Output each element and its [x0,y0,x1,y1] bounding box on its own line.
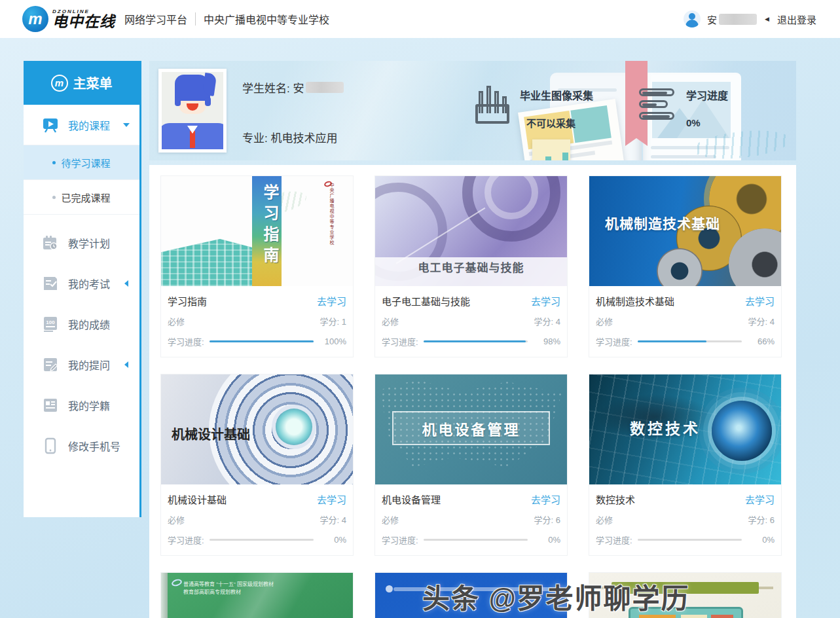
sidebar-item-completed-courses[interactable]: 已完成课程 [24,180,139,215]
progress-label: 学习进度: [596,534,632,546]
progress-percent: 0% [533,535,560,545]
progress-track [210,340,314,342]
course-card: 机械设计基础 机械设计基础去学习 必修学分: 4 学习进度:0% [160,374,354,556]
score-100-icon: 100 [42,316,59,333]
sidebar: m 主菜单 我的课程 待学习课程 已完成课程 教学计划 [24,61,141,517]
course-type: 必修 [596,315,613,327]
banner-leaf-decoration [691,126,792,160]
app-root: m DZONLINE 电中在线 网络学习平台 中央广播电视中等专业学校 安 ◀ … [0,0,840,618]
course-type: 必修 [596,513,613,526]
course-credit: 学分: 4 [748,315,775,327]
grad-image-title: 毕业生图像采集 [520,87,593,103]
progress-track [638,340,742,342]
course-cover[interactable]: 机械制造技术基础 [589,176,781,286]
course-credit: 学分: 1 [320,315,346,327]
progress-track [638,539,742,541]
sidebar-item-my-scores[interactable]: 100 我的成绩 [24,304,139,344]
course-panel: 学习指南 中央广播电视中等专业学校 学习指南去学习 必修学分: 1 学习进度:1… [149,165,796,618]
progress-bars-icon [639,87,676,124]
graduate-image-block: 毕业生图像采集 不可以采集 [475,87,593,130]
progress-title: 学习进度 [686,87,728,103]
sidebar-item-my-enrollment[interactable]: 我的学籍 [24,385,139,426]
top-header: m DZONLINE 电中在线 网络学习平台 中央广播电视中等专业学校 安 ◀ … [0,0,840,38]
svg-text:100: 100 [46,319,55,325]
sidebar-item-change-phone[interactable]: 修改手机号 [24,426,139,466]
bullet-icon [52,161,56,164]
course-cover[interactable]: 普通高等教育 "十一五" 国家级规划教材教育部高职高专规划教材 液压与气动技术 [161,573,353,618]
course-cover[interactable]: 电工电子基础与技能 [375,176,567,286]
question-pencil-icon [42,356,59,373]
logout-button[interactable]: 退出登录 [777,12,816,26]
course-type: 必修 [168,513,185,526]
course-cover[interactable]: 机械设计基础 [161,374,353,484]
exam-check-icon [42,275,59,292]
chevron-left-icon: ◀ [765,16,769,22]
course-type: 必修 [168,315,185,327]
course-grid: 学习指南 中央广播电视中等专业学校 学习指南去学习 必修学分: 1 学习进度:1… [160,175,785,618]
sidebar-header: m 主菜单 [24,61,139,105]
phone-icon [42,437,59,454]
course-type: 必修 [382,315,399,327]
progress-track [210,539,314,541]
logo-title: 电中在线 [52,14,115,29]
course-cover[interactable]: 学习指南 中央广播电视中等专业学校 [161,176,353,286]
progress-value: 0% [686,117,728,128]
user-name-blur [719,14,757,25]
header-divider [195,12,196,26]
chevron-left-icon [124,361,128,368]
chevron-down-icon [123,123,130,127]
go-learn-link[interactable]: 去学习 [745,294,775,308]
progress-percent: 98% [533,336,560,346]
banner-mini-chart [532,139,570,160]
go-learn-link[interactable]: 去学习 [745,492,775,506]
progress-label: 学习进度: [596,335,632,348]
course-card: 普通高等教育 "十一五" 国家级规划教材教育部高职高专规划教材 液压与气动技术 [160,572,354,618]
school-name: 中央广播电视中等专业学校 [204,11,329,27]
watermark-text: 头条 @罗老师聊学历 [422,576,840,616]
platform-name: 网络学习平台 [124,11,187,27]
go-learn-link[interactable]: 去学习 [317,294,346,308]
course-title: 数控技术 [596,492,635,506]
user-name[interactable]: 安 [707,12,757,26]
course-title: 机械设计基础 [168,492,227,506]
course-title: 学习指南 [168,294,207,308]
sidebar-item-my-questions[interactable]: 我的提问 [24,344,139,385]
course-credit: 学分: 6 [534,513,560,526]
sidebar-item-teaching-plan[interactable]: 教学计划 [24,223,139,263]
image-collect-icon [475,87,509,124]
progress-fill [210,340,314,342]
progress-label: 学习进度: [168,534,204,546]
bullet-icon [52,196,56,199]
sidebar-item-my-exams[interactable]: 我的考试 [24,263,139,304]
course-credit: 学分: 4 [320,513,346,526]
progress-label: 学习进度: [168,335,204,348]
go-learn-link[interactable]: 去学习 [317,492,346,506]
progress-track [424,340,528,342]
user-area: 安 ◀ 退出登录 [684,0,816,38]
course-card: 学习指南 中央广播电视中等专业学校 学习指南去学习 必修学分: 1 学习进度:1… [160,175,354,357]
course-cover[interactable]: 数控技术 [589,374,781,484]
progress-label: 学习进度: [382,534,418,546]
go-learn-link[interactable]: 去学习 [531,294,560,308]
course-title: 机械制造技术基础 [596,294,674,308]
course-card: 机电设备管理 机电设备管理去学习 必修学分: 6 学习进度:0% [374,374,568,556]
chevron-left-icon [124,280,128,287]
sidebar-item-pending-courses[interactable]: 待学习课程 [24,145,139,180]
user-avatar-icon[interactable] [684,10,701,27]
progress-percent: 66% [747,336,775,346]
course-card: 数控技术 数控技术去学习 必修学分: 6 学习进度:0% [589,374,782,556]
course-title: 机电设备管理 [382,492,441,506]
go-learn-link[interactable]: 去学习 [531,492,560,506]
progress-fill [424,340,526,342]
course-credit: 学分: 4 [534,315,560,327]
course-cover[interactable]: 机电设备管理 [375,374,567,484]
progress-fill [638,340,706,342]
progress-label: 学习进度: [382,335,418,348]
sidebar-item-my-courses[interactable]: 我的课程 [24,105,139,145]
student-name-blur [306,82,344,93]
site-logo-icon: m [22,6,48,32]
site-logo[interactable]: m DZONLINE 电中在线 [22,6,115,32]
calendar-clock-icon [42,234,59,251]
progress-percent: 0% [319,535,346,545]
id-card-icon [42,397,59,414]
